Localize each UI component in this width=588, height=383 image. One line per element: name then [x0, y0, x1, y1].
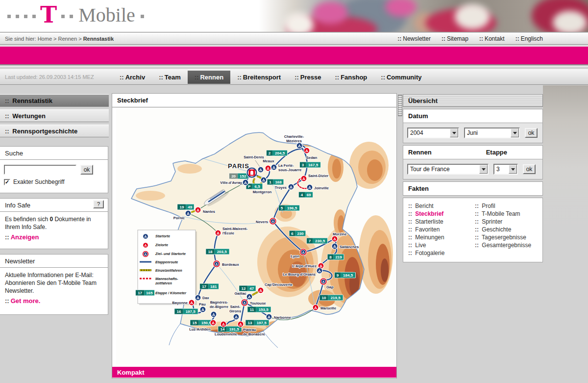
map-label-bagn-res-de-bigorre: Bagnères-de-Bigorre [210, 300, 228, 309]
fakten-link-steckbrief[interactable]: :: Steckbrief [408, 210, 470, 218]
map-terrain [381, 258, 389, 282]
fakten-link-live[interactable]: :: Live [408, 241, 470, 249]
stage-badge-2: 2204,5 [266, 150, 288, 156]
svg-text:203,5: 203,5 [217, 250, 227, 254]
map-label-bordeaux: Bordeaux [222, 262, 239, 267]
breadcrumb-item-rennen[interactable]: Rennen [58, 36, 77, 42]
divider-line [0, 66, 588, 67]
svg-text:167,5: 167,5 [308, 163, 318, 167]
tmobile-logo[interactable]: T Mobile [5, 3, 147, 29]
nav-item-archiv[interactable]: ::Archiv [113, 71, 152, 84]
map-label-saint-denis: Saint-Denis [244, 155, 264, 159]
nav-item-label: Rennen [200, 74, 223, 81]
legend-label: Startorte [155, 234, 170, 238]
fakten-link-fotogalerie[interactable]: :: Fotogalerie [408, 249, 470, 257]
nav-item-fanshop[interactable]: ::Fanshop [328, 71, 374, 84]
toplink-englisch[interactable]: ::Englisch [515, 35, 543, 42]
search-ok-button[interactable]: ok [80, 165, 93, 175]
svg-text:152: 152 [240, 174, 246, 179]
nav-item-breitensport[interactable]: ::Breitensport [230, 71, 288, 84]
nav-item-label: Archiv [125, 74, 145, 81]
nav-item-community[interactable]: ::Community [374, 71, 428, 84]
content-panel: Steckbrief StartorteZielorteZiel- und St… [112, 93, 397, 379]
chevron-down-icon[interactable] [511, 128, 519, 137]
newsletter-text: Aktuelle Informationen per E-Mail: Abonn… [0, 268, 108, 295]
fakten-link-favoriten[interactable]: :: Favoriten [408, 226, 470, 233]
logo-dot [32, 15, 36, 18]
infosafe-show-link[interactable]: ::Anzeigen [0, 231, 108, 243]
fakten-link-starterliste[interactable]: :: Starterliste [408, 218, 470, 226]
fakten-link-t-mobile-team[interactable]: :: T-Mobile Team [475, 210, 537, 218]
map-city-gap [320, 278, 327, 285]
stage-badge-14: 14191,5 [218, 326, 242, 332]
stage-select[interactable]: 3 [493, 164, 518, 175]
breadcrumb-separator: > [52, 36, 58, 42]
map-label-montgeron: Montgeron [253, 190, 272, 194]
stage-badge-P: P6,5 [246, 183, 263, 190]
chevron-down-icon[interactable] [509, 165, 517, 174]
fakten-link-gesamtergebnisse[interactable]: :: Gesamtergebnisse [475, 241, 537, 249]
month-select[interactable]: Juni [464, 128, 520, 138]
svg-text:14: 14 [220, 327, 225, 332]
fakten-link-bericht[interactable]: :: Bericht [408, 202, 470, 210]
svg-text:4: 4 [301, 193, 303, 197]
map-city-cap-d-couverte [258, 287, 264, 293]
nav-item-team[interactable]: ::Team [152, 71, 188, 84]
toplink-kontakt[interactable]: ::Kontakt [479, 35, 505, 42]
fakten-link-geschichte[interactable]: :: Geschichte [475, 226, 537, 233]
breadcrumb-item-home[interactable]: Home [38, 36, 52, 42]
sidebar-item-rennsportgeschichte[interactable]: :: Rennsportgeschichte [0, 125, 109, 137]
datum-ok-button[interactable]: ok [525, 128, 538, 138]
link-bullet-icon: :: [120, 74, 124, 81]
toplink-sitemap[interactable]: ::Sitemap [441, 35, 468, 42]
toplink-newsletter[interactable]: ::Newsletter [397, 35, 431, 42]
race-select[interactable]: Tour de France [407, 164, 489, 175]
breadcrumb-item-rennstastik[interactable]: Rennstastik [83, 36, 114, 42]
help-button[interactable]: ? [93, 200, 104, 208]
stage-badge-12: 1247 [239, 285, 256, 292]
chevron-down-icon[interactable] [479, 165, 488, 174]
svg-text:69: 69 [307, 193, 311, 197]
logo-dot [141, 15, 144, 18]
kompakt-bar: Kompakt [112, 367, 396, 378]
exact-search-checkbox[interactable]: ✓ [4, 179, 10, 185]
datum-label: Datum [408, 112, 428, 120]
map-label-troyes: Troyes [275, 185, 287, 190]
etappe-ok-button[interactable]: ok [523, 164, 536, 174]
content-scrollbar[interactable] [398, 95, 402, 116]
fakten-link-profil[interactable]: :: Profil [475, 202, 537, 210]
map-city-dax [195, 295, 201, 301]
map-city-morzine [332, 236, 338, 242]
map-label-lyon: Lyon [291, 254, 299, 258]
nav-item-rennen[interactable]: ::Rennen [188, 71, 230, 84]
map-legend: StartorteZielorteZiel- und StartorteEtap… [135, 230, 197, 305]
nav-item-label: Fanshop [341, 74, 367, 81]
fakten-links: :: Bericht:: Steckbrief:: Starterliste::… [403, 198, 543, 262]
fakten-link-sprinter[interactable]: :: Sprinter [475, 218, 537, 226]
chevron-down-icon[interactable] [450, 128, 458, 137]
sidebar-item-wertungen[interactable]: :: Wertungen [0, 109, 109, 122]
nav-item-label: Presse [300, 74, 321, 81]
map-label-luz-ardiden: Luz-Ardiden [189, 327, 211, 332]
stage-badge-4: 469 [298, 192, 313, 198]
svg-text:191,5: 191,5 [229, 327, 240, 332]
nav-item-presse[interactable]: ::Presse [288, 71, 328, 84]
overview-title: Übersicht [403, 94, 543, 107]
svg-text:18: 18 [208, 250, 213, 254]
map-city-troyes [288, 184, 294, 190]
year-select[interactable]: 2004 [407, 128, 459, 138]
map-label-joinville: Joinville [314, 186, 329, 190]
fakten-link-meinungen[interactable]: :: Meinungen [408, 233, 470, 241]
map-label-nantes: Nantes [203, 209, 215, 214]
sidebar-item-rennstatistik[interactable]: :: Rennstatistik [0, 94, 109, 107]
map-label-nevers: Nevers [256, 220, 268, 224]
link-bullet-icon: :: [237, 74, 242, 81]
newsletter-getmore-link[interactable]: ::Get more. [0, 295, 108, 307]
search-input[interactable] [4, 165, 76, 175]
svg-text:47: 47 [249, 286, 254, 291]
svg-text:16: 16 [177, 309, 181, 314]
stage-badge-17: 17165 [135, 290, 155, 296]
fakten-link-tagesergebnisse[interactable]: :: Tagesergebnisse [475, 233, 537, 241]
map-city-loudenvielle [220, 321, 226, 327]
stage-badge-5: 5196,5 [278, 205, 300, 211]
